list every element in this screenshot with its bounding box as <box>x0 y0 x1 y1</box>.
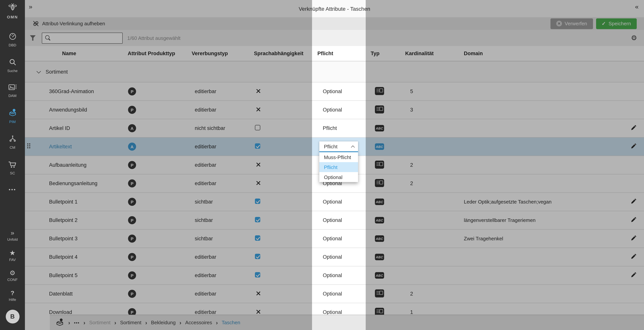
sidebar-logo-omn[interactable]: OMN <box>7 3 18 19</box>
table-row[interactable]: AnwendungsbildPeditierbarOptional3 <box>25 101 644 119</box>
produkttyp-cell: P <box>115 88 188 96</box>
search-input[interactable] <box>42 32 123 44</box>
sprachabhaengigkeit-cell <box>245 309 312 315</box>
table-row[interactable]: Bulletpoint 2PsichtbarOptionalABClängenv… <box>25 211 644 230</box>
attribute-name: Bulletpoint 2 <box>42 217 115 223</box>
breadcrumb-ellipsis[interactable]: ••• <box>74 320 80 325</box>
checkbox-unchecked-icon[interactable] <box>255 125 260 130</box>
typ-text-abc-icon: ABC <box>375 236 384 242</box>
filter-bar: 1/60 Attribut ausgewählt ⚙ <box>25 30 644 46</box>
produkttyp-cell: P <box>115 271 188 280</box>
edit-pencil-icon[interactable] <box>630 124 637 131</box>
sidebar-more-button[interactable]: ••• <box>8 187 16 192</box>
search-icon <box>45 35 50 39</box>
pflicht-value: Optional <box>312 217 366 223</box>
produkttyp-a-icon: A <box>128 142 136 151</box>
produkttyp-p-icon: P <box>128 271 136 280</box>
typ-text-abc-icon: ABC <box>375 254 384 260</box>
sidebar-item-dam[interactable]: DAM <box>8 84 17 98</box>
table-row[interactable]: Bulletpoint 3PsichtbarOptionalABCZwei Tr… <box>25 230 644 248</box>
checkbox-checked-icon[interactable] <box>255 143 260 149</box>
pflicht-select[interactable]: Pflicht <box>319 142 358 152</box>
save-button[interactable]: ✓ Speichern <box>596 18 637 29</box>
edit-pencil-icon[interactable] <box>630 143 637 149</box>
discard-button[interactable]: × Verwerfen <box>550 18 593 29</box>
sidebar-item-unfold[interactable]: » Unfold <box>7 230 18 242</box>
column-header-typ: Typ <box>366 50 402 56</box>
breadcrumb-item[interactable]: Sortiment <box>89 320 110 326</box>
column-header-attribut-produkttyp: Attribut Produkttyp <box>115 50 188 56</box>
edit-pencil-icon[interactable] <box>630 216 637 223</box>
drag-handle-icon[interactable] <box>27 143 31 149</box>
pflicht-value: Optional <box>312 88 366 94</box>
unlink-attributes-button[interactable]: Attribut-Verlinkung aufheben <box>32 20 105 27</box>
sprachabhaengigkeit-cell <box>245 180 312 186</box>
sidebar-item-pim[interactable]: P PIM <box>8 108 17 124</box>
table-row[interactable]: Artikel IDAnicht sichtbarPflichtABC <box>25 119 644 138</box>
actions-cell <box>623 143 644 150</box>
pflicht-option-pflicht[interactable]: Pflicht <box>319 162 358 172</box>
pflicht-option-optional[interactable]: Optional <box>319 172 358 182</box>
sidebar-item-label: FAV <box>9 258 16 262</box>
edit-pencil-icon[interactable] <box>630 272 637 278</box>
table-row[interactable]: Bulletpoint 1PsichtbarOptionalABCLeder O… <box>25 193 644 211</box>
checkbox-checked-icon[interactable] <box>255 217 260 222</box>
attribute-name: Artikeltext <box>42 144 115 150</box>
table-row[interactable]: Bulletpoint 4PeditierbarOptionalABC <box>25 248 644 266</box>
checkbox-checked-icon[interactable] <box>255 198 260 204</box>
actions-cell <box>623 216 644 224</box>
vererbungstyp-value: editierbar <box>188 180 245 186</box>
main-panel: » Verknüpfte Attribute - Taschen « Attri… <box>25 0 644 330</box>
typ-text-abc-icon: ABC <box>375 217 384 224</box>
attribute-name: Aufbauanleitung <box>42 162 115 168</box>
checkbox-checked-icon[interactable] <box>255 254 260 259</box>
table-settings-gear-icon[interactable]: ⚙ <box>631 34 637 42</box>
edit-pencil-icon[interactable] <box>630 253 637 260</box>
typ-cell <box>366 160 402 170</box>
typ-text-abc-icon: ABC <box>375 272 384 279</box>
filter-funnel-icon[interactable] <box>30 35 36 41</box>
edit-pencil-icon[interactable] <box>630 198 637 204</box>
table-row[interactable]: Bulletpoint 5PeditierbarOptionalABC <box>25 266 644 285</box>
breadcrumb-item[interactable]: Taschen <box>222 320 240 326</box>
produkttyp-cell: P <box>115 216 188 224</box>
sidebar-item-conf[interactable]: ⚙ CONF <box>7 270 18 282</box>
user-avatar[interactable]: B <box>6 310 19 324</box>
panel-collapse-icon[interactable]: « <box>635 3 639 11</box>
breadcrumb-item[interactable]: Bekleidung <box>151 320 176 326</box>
table-row[interactable]: 360Grad-AnimationPeditierbarOptional5 <box>25 82 644 101</box>
group-label: Sortiment <box>46 69 68 74</box>
breadcrumb-item[interactable]: Accessoires <box>185 320 212 326</box>
sidebar-item-sc[interactable]: SC <box>8 160 17 175</box>
edit-pencil-icon[interactable] <box>630 235 637 241</box>
sidebar-item-dbd[interactable]: DBD <box>8 32 17 47</box>
group-row-sortiment[interactable]: Sortiment <box>25 61 644 82</box>
typ-media-icon <box>375 289 384 297</box>
produkttyp-cell: P <box>115 179 188 188</box>
sidebar-item-label: CM <box>10 145 15 150</box>
sidebar-item-fav[interactable]: ★ FAV <box>9 250 16 262</box>
breadcrumb-separator-icon: › <box>145 319 147 326</box>
attribute-name: Bulletpoint 1 <box>42 199 115 205</box>
produkttyp-p-icon: P <box>128 106 136 114</box>
panel-expand-icon[interactable]: » <box>29 3 32 11</box>
checkbox-checked-icon[interactable] <box>255 272 260 278</box>
attribute-name: Anwendungsbild <box>42 107 115 113</box>
vererbungstyp-value: editierbar <box>188 88 245 94</box>
table-row[interactable]: DatenblattPeditierbarOptional2 <box>25 285 644 303</box>
sidebar-item-suche[interactable]: Suche <box>7 58 18 73</box>
pflicht-value: Pflicht <box>312 125 366 131</box>
breadcrumb-item[interactable]: Sortiment <box>120 320 141 326</box>
pflicht-option-muss-pflicht[interactable]: Muss-Pflicht <box>319 152 358 162</box>
sidebar-item-cm[interactable]: CM <box>8 134 17 150</box>
produkttyp-p-icon: P <box>128 179 136 188</box>
produkttyp-cell: P <box>115 106 188 114</box>
table-row[interactable]: DownloadPeditierbarOptional1 <box>25 303 644 315</box>
share-icon <box>8 134 17 144</box>
checkbox-checked-icon[interactable] <box>255 235 260 241</box>
pflicht-value: Optional <box>312 254 366 260</box>
chevron-down-icon[interactable] <box>36 69 41 74</box>
produkttyp-p-icon: P <box>128 290 136 298</box>
sidebar-item-hilfe[interactable]: ? Hilfe <box>9 290 16 302</box>
pim-box-icon[interactable]: P <box>55 318 64 327</box>
